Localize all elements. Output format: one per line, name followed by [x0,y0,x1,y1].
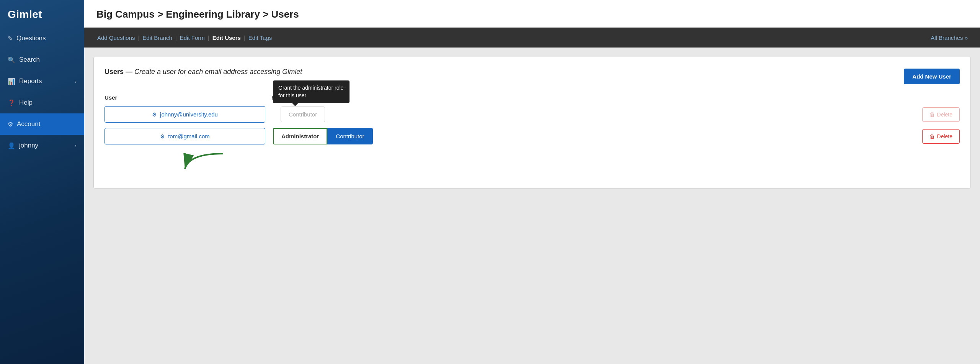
account-icon: ⚙ [8,121,13,128]
chevron-right-icon: › [75,79,77,84]
role-buttons: AdministratorContributor [273,128,373,144]
all-branches-link[interactable]: All Branches » [931,34,968,41]
content-area: Users — Create a user for each email add… [84,48,980,364]
reports-icon: 📊 [8,78,15,85]
gear-icon: ⚙ [152,111,157,118]
green-arrow [181,150,227,173]
nav-links: Add Questions | Edit Branch | Edit Form … [96,34,273,41]
nav-bar: Add Questions | Edit Branch | Edit Form … [84,28,980,48]
sidebar-item-label: johnny [19,142,38,149]
nav-separator: | [208,34,209,41]
nav-link-edit-form[interactable]: Edit Form [179,34,206,41]
nav-link-edit-tags[interactable]: Edit Tags [248,34,273,41]
table-row: ⚙ johnny@university.edu Grant the admini… [105,106,960,123]
sidebar-item-label: Reports [19,77,42,85]
sidebar-item-reports[interactable]: 📊 Reports › [0,71,84,92]
search-icon: 🔍 [8,56,15,64]
sidebar-item-search[interactable]: 🔍 Search [0,49,84,71]
nav-link-edit-branch[interactable]: Edit Branch [142,34,173,41]
table-header: User Role [105,94,960,101]
nav-separator: | [138,34,139,41]
role-buttons: Grant the administrator role for this us… [273,107,325,122]
nav-link-edit-users[interactable]: Edit Users [212,34,242,41]
delete-label: Delete [937,111,952,118]
trash-icon: 🗑 [929,111,935,118]
sidebar-item-label: Help [19,99,33,107]
sidebar-item-account[interactable]: ⚙ Account [0,113,84,135]
sidebar-item-label: Questions [16,34,46,42]
sidebar-item-questions[interactable]: ✎ Questions [0,28,84,49]
delete-label: Delete [937,133,952,139]
nav-separator: | [175,34,177,41]
main-area: Big Campus > Engineering Library > Users… [84,0,980,364]
questions-icon: ✎ [8,35,13,42]
user-icon: 👤 [8,142,15,149]
col-header-role: Role [265,94,960,101]
page-title: Big Campus > Engineering Library > Users [96,8,968,20]
nav-link-add-questions[interactable]: Add Questions [96,34,136,41]
sidebar: Gimlet ✎ Questions 🔍 Search 📊 Reports › … [0,0,84,364]
delete-user-button[interactable]: 🗑 Delete [922,107,960,122]
user-email-button[interactable]: ⚙ johnny@university.edu [105,106,265,123]
sidebar-item-help[interactable]: ❓ Help [0,92,84,113]
sidebar-item-user[interactable]: 👤 johnny › [0,135,84,156]
contributor-role-button[interactable]: Contributor [281,107,325,122]
panel-subtitle: Create a user for each email address acc… [134,68,302,75]
contributor-role-button[interactable]: Contributor [327,128,372,144]
user-email: johnny@university.edu [160,111,218,118]
gear-icon: ⚙ [160,133,165,139]
sidebar-item-label: Search [19,56,40,64]
sidebar-item-label: Account [17,120,40,128]
page-title-bar: Big Campus > Engineering Library > Users [84,0,980,28]
col-header-user: User [105,94,265,101]
trash-icon: 🗑 [929,133,935,139]
nav-separator: | [244,34,245,41]
user-email-button[interactable]: ⚙ tom@gmail.com [105,128,265,144]
chevron-right-icon: › [75,143,77,149]
users-panel: Users — Create a user for each email add… [93,57,971,189]
administrator-role-button[interactable]: Administrator [273,128,327,144]
add-new-user-button[interactable]: Add New User [904,69,960,84]
app-logo: Gimlet [0,0,84,28]
table-row: ⚙ tom@gmail.com AdministratorContributor… [105,128,960,144]
user-email: tom@gmail.com [168,133,210,139]
delete-user-button[interactable]: 🗑 Delete [922,129,960,144]
help-icon: ❓ [8,99,15,107]
panel-title: Users — Create a user for each email add… [105,68,302,76]
